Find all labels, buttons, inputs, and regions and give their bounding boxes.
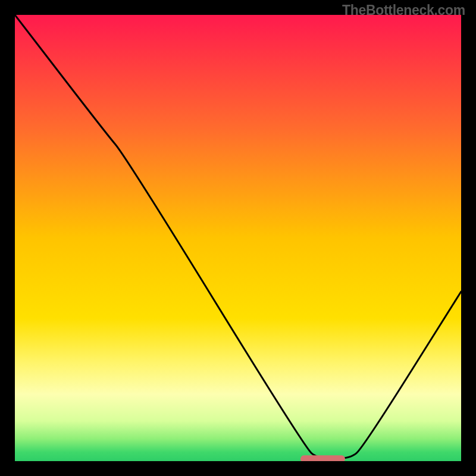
- chart-container: TheBottleneck.com: [0, 0, 476, 476]
- chart-svg: [15, 15, 461, 461]
- gradient-background: [15, 15, 461, 461]
- plot-area: [15, 15, 461, 461]
- optimal-range-marker: [300, 455, 345, 461]
